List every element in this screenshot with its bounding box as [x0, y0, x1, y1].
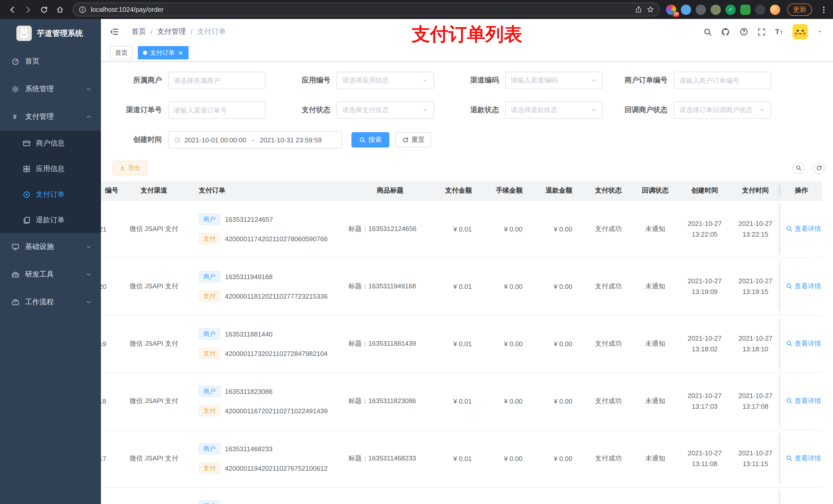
- cell-order: 商户 1635311949168 支付 42000011812021102777…: [187, 258, 340, 315]
- gear-icon: [11, 85, 20, 93]
- sidebar-item-app-info[interactable]: 应用信息: [0, 156, 101, 182]
- pay-tag: 支付: [199, 348, 220, 359]
- field-label: 创建时间: [113, 135, 168, 144]
- merchant-order-no-input[interactable]: [674, 72, 771, 89]
- chevron-down-icon: [591, 107, 597, 113]
- pay-status-select[interactable]: 请选择支付状态: [337, 101, 434, 119]
- share-icon[interactable]: [635, 6, 642, 13]
- sidebar-item-infra[interactable]: 基础设施: [0, 233, 101, 261]
- extension-icon[interactable]: [681, 4, 691, 15]
- view-detail-link[interactable]: 查看详情: [786, 224, 821, 234]
- user-avatar[interactable]: [792, 24, 808, 40]
- close-icon[interactable]: [178, 50, 184, 55]
- cell-fee: ¥ 0.00: [485, 200, 536, 258]
- browser-menu-icon[interactable]: [820, 5, 828, 14]
- channel-order-no-input[interactable]: [168, 101, 265, 119]
- browser-update-button[interactable]: 更新: [787, 3, 812, 16]
- sidebar-item-dev-tools[interactable]: 研发工具: [0, 261, 101, 288]
- export-button[interactable]: 导出: [113, 161, 147, 175]
- cell-channel: 微信 JSAPI 支付: [121, 315, 187, 373]
- refund-status-select[interactable]: 请选择退款状态: [505, 101, 602, 119]
- sidebar-item-pay-order[interactable]: 支付订单: [0, 182, 101, 208]
- search-button[interactable]: 搜索: [352, 132, 389, 147]
- merchant-input[interactable]: [168, 72, 265, 89]
- bookmark-star-icon[interactable]: [646, 6, 654, 13]
- sidebar-item-workflow[interactable]: 工作流程: [0, 288, 101, 316]
- extension-icon[interactable]: [755, 4, 765, 15]
- cell-create-time: 2021-10-2713:22:05: [679, 200, 730, 258]
- cell-order: 商户 1635311823086 支付 42000011672021102710…: [187, 373, 340, 430]
- cell-refund: [536, 487, 586, 504]
- tab-home[interactable]: 首页: [110, 46, 133, 59]
- view-detail-link[interactable]: 查看详情: [786, 339, 821, 348]
- extension-icon[interactable]: [696, 4, 706, 15]
- cell-notify: 未通知: [631, 430, 679, 487]
- cell-pay-time: 2021-10-2713:18:10: [730, 315, 781, 373]
- cell-status: 支付成功: [586, 430, 631, 487]
- home-button[interactable]: [53, 3, 67, 16]
- create-time-range-picker[interactable]: 2021-10-01 00:00:00 - 2021-10-31 23:59:5…: [168, 131, 342, 148]
- search-icon[interactable]: [704, 27, 712, 36]
- filter-form: 所属商户 应用编号 请选择应用信息 渠道编码: [101, 62, 833, 148]
- extension-icon[interactable]: [711, 4, 721, 15]
- cell-action: 查看详情: [781, 373, 822, 430]
- sidebar-item-refund-order[interactable]: 退款订单: [0, 208, 101, 233]
- table-row: 121 微信 JSAPI 支付 商户 1635312124657 支: [101, 200, 822, 258]
- fullscreen-icon[interactable]: [757, 27, 766, 36]
- cell-amount: ¥ 0.01: [440, 430, 485, 487]
- extension-icon[interactable]: ✓: [725, 4, 736, 15]
- logo-avatar: [16, 26, 32, 41]
- col-refund: 退款金额: [536, 181, 586, 200]
- pay-order-no: 4200001174202110278060590766: [225, 235, 328, 242]
- tab-pay-order[interactable]: 支付订单: [138, 46, 189, 59]
- breadcrumb-home[interactable]: 首页: [132, 27, 146, 37]
- extension-icon[interactable]: 10: [666, 4, 676, 15]
- chevron-down-icon: [86, 244, 92, 250]
- channel-code-select[interactable]: 请输入渠道编码: [505, 72, 602, 89]
- sidebar-item-home[interactable]: 首页: [0, 48, 101, 75]
- forward-button[interactable]: [21, 3, 35, 16]
- merchant-tag: 商户: [199, 500, 220, 504]
- cell-order: 商户 1635312124657 支付 42000011742021102780…: [187, 200, 340, 258]
- notify-status-select[interactable]: 请选择订单回调商户状态: [674, 101, 771, 119]
- app-select[interactable]: 请选择应用信息: [337, 72, 434, 89]
- search-icon: [359, 137, 366, 143]
- url-bar[interactable]: localhost:1024/pay/order: [73, 3, 660, 16]
- font-size-icon[interactable]: [775, 27, 784, 37]
- cell-action: 查看详情: [781, 200, 822, 258]
- screen: localhost:1024/pay/order 10 ✓ 更新 芋道管理系统: [0, 0, 833, 504]
- field-label: 渠道编码: [450, 76, 505, 85]
- view-detail-link[interactable]: 查看详情: [786, 282, 821, 291]
- view-detail-link[interactable]: 查看详情: [786, 454, 821, 463]
- help-icon[interactable]: [739, 27, 748, 37]
- site-info-icon[interactable]: [78, 5, 87, 14]
- toolbox-icon: [11, 270, 20, 279]
- reset-button[interactable]: 重置: [396, 132, 431, 147]
- profile-avatar[interactable]: [770, 4, 780, 15]
- sidebar-item-system[interactable]: 系统管理: [0, 75, 101, 103]
- cell-fee: ¥ 0.00: [485, 315, 536, 373]
- table-header-row: 编号 支付渠道 支付订单 商品标题 支付金额 手续金额 退款金额 支付状态 回调…: [101, 181, 822, 200]
- merchant-tag: 商户: [199, 271, 220, 282]
- cell-create-time: 2021-10-2713:17:03: [679, 373, 730, 430]
- refresh-list-button[interactable]: [813, 162, 825, 174]
- tags-view-bar: 首页 支付订单: [101, 45, 833, 62]
- cell-create-time: 2021-10-2713:11:08: [679, 430, 730, 487]
- github-icon[interactable]: [721, 27, 731, 37]
- document-icon: [23, 216, 31, 224]
- sidebar-item-merchant-info[interactable]: 商户信息: [0, 130, 101, 156]
- col-notify: 回调状态: [631, 181, 679, 200]
- toggle-search-button[interactable]: [792, 162, 804, 174]
- breadcrumb-pay[interactable]: 支付管理: [157, 27, 186, 37]
- avatar-caret-icon[interactable]: [817, 29, 823, 35]
- view-detail-link[interactable]: 查看详情: [786, 397, 821, 406]
- chevron-down-icon: [86, 271, 92, 278]
- back-button[interactable]: [5, 3, 19, 16]
- col-id: 编号: [101, 181, 121, 200]
- extension-icon[interactable]: [740, 4, 751, 15]
- sidebar-item-pay[interactable]: 支付管理: [0, 103, 101, 130]
- cell-refund: ¥ 0.00: [536, 258, 586, 315]
- sidebar-toggle-icon[interactable]: [110, 27, 119, 37]
- reload-button[interactable]: [37, 3, 51, 16]
- page-title: 支付订单列表: [412, 22, 522, 47]
